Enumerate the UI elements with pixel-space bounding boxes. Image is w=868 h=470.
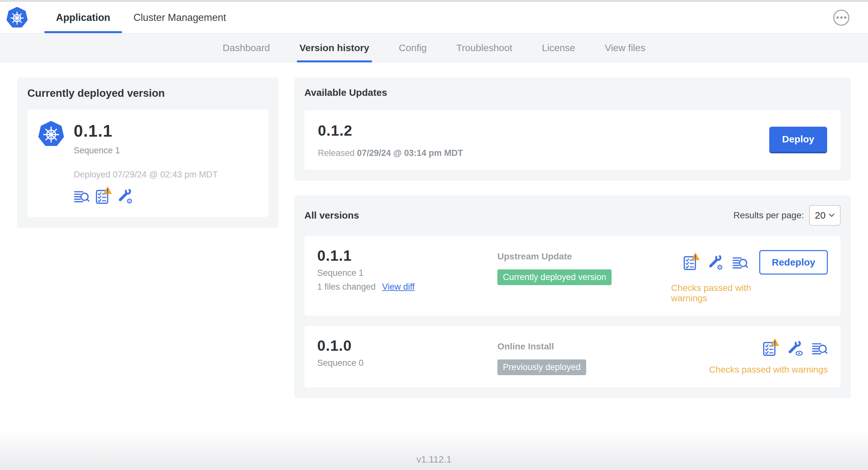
tab-version-history-label: Version history xyxy=(300,42,369,54)
released-timestamp: 07/29/24 @ 03:14 pm MDT xyxy=(357,148,463,158)
view-diff-link[interactable]: View diff xyxy=(382,282,415,292)
tab-config-label: Config xyxy=(399,42,427,54)
available-updates-card: Available Updates 0.1.2 Released 07/29/2… xyxy=(294,77,851,181)
all-versions-card: All versions Results per page: 20 0.1.1 … xyxy=(294,196,851,398)
deployed-sequence: Sequence 1 xyxy=(74,146,218,156)
row-version-number: 0.1.0 xyxy=(317,337,497,354)
config-wrench-gear-icon[interactable] xyxy=(708,254,724,270)
previously-deployed-badge: Previously deployed xyxy=(497,360,586,375)
app-header: Application Cluster Management xyxy=(0,2,868,33)
all-versions-title: All versions xyxy=(304,210,359,221)
currently-deployed-column: Currently deployed version 0.1.1 Sequenc… xyxy=(17,77,279,228)
tab-troubleshoot[interactable]: Troubleshoot xyxy=(441,33,527,62)
tab-dashboard-label: Dashboard xyxy=(223,42,270,54)
ellipsis-icon xyxy=(836,16,839,19)
preflight-checks-warning-icon[interactable] xyxy=(683,254,700,270)
tab-application-label: Application xyxy=(56,12,110,24)
deploy-logs-icon[interactable] xyxy=(732,254,748,270)
tab-application[interactable]: Application xyxy=(44,2,122,33)
deployed-timestamp: Deployed 07/29/24 @ 02:43 pm MDT xyxy=(74,170,218,180)
files-changed-text: 1 files changed xyxy=(317,282,376,292)
active-subnav-indicator xyxy=(297,61,372,62)
tab-version-history[interactable]: Version history xyxy=(285,33,384,62)
version-row-0-1-0: 0.1.0 Sequence 0 Online Install Previous… xyxy=(304,326,841,388)
config-wrench-gear-icon[interactable] xyxy=(117,188,133,204)
app-logo-icon xyxy=(38,121,64,147)
currently-deployed-title: Currently deployed version xyxy=(27,87,268,99)
preflight-checks-warning-icon[interactable] xyxy=(763,340,779,356)
results-per-page-select[interactable]: 20 xyxy=(809,205,841,226)
tab-troubleshoot-label: Troubleshoot xyxy=(456,42,512,54)
deploy-button[interactable]: Deploy xyxy=(769,127,827,153)
tab-cluster-management[interactable]: Cluster Management xyxy=(122,2,238,33)
released-prefix: Released xyxy=(318,148,354,158)
tab-dashboard[interactable]: Dashboard xyxy=(208,33,285,62)
header-tabs: Application Cluster Management xyxy=(44,2,238,33)
overflow-menu-button[interactable] xyxy=(833,10,849,26)
deployed-version-panel: 0.1.1 Sequence 1 Deployed 07/29/24 @ 02:… xyxy=(27,110,268,217)
update-version-number: 0.1.2 xyxy=(318,122,463,139)
tab-config[interactable]: Config xyxy=(384,33,442,62)
active-tab-indicator xyxy=(44,31,122,33)
app-subnav: Dashboard Version history Config Trouble… xyxy=(0,33,868,62)
version-source-label: Upstream Update xyxy=(497,251,671,262)
kubernetes-logo-icon xyxy=(6,7,28,28)
admin-console-version: v1.112.1 xyxy=(416,454,452,465)
tab-view-files-label: View files xyxy=(605,42,645,54)
deployed-version-number: 0.1.1 xyxy=(74,121,218,140)
tab-license[interactable]: License xyxy=(527,33,590,62)
page-footer: v1.112.1 xyxy=(0,429,868,470)
version-row-0-1-1: 0.1.1 Sequence 1 1 files changed View di… xyxy=(304,236,841,316)
checks-status-text[interactable]: Checks passed with warnings xyxy=(709,365,828,375)
preflight-checks-warning-icon[interactable] xyxy=(96,188,112,204)
chevron-down-icon xyxy=(829,212,835,219)
available-updates-title: Available Updates xyxy=(304,87,841,98)
results-per-page-value: 20 xyxy=(815,210,826,221)
config-wrench-eye-icon[interactable] xyxy=(787,340,803,356)
tab-view-files[interactable]: View files xyxy=(590,33,660,62)
update-row: 0.1.2 Released 07/29/24 @ 03:14 pm MDT D… xyxy=(304,110,841,170)
currently-deployed-card: Currently deployed version 0.1.1 Sequenc… xyxy=(17,77,279,228)
row-sequence: Sequence 0 xyxy=(317,358,497,368)
currently-deployed-badge: Currently deployed version xyxy=(497,269,612,285)
tab-cluster-management-label: Cluster Management xyxy=(133,12,226,24)
checks-status-text[interactable]: Checks passed with warnings xyxy=(671,283,760,303)
redeploy-button[interactable]: Redeploy xyxy=(759,250,828,274)
version-source-label: Online Install xyxy=(497,341,671,352)
row-version-number: 0.1.1 xyxy=(317,247,497,264)
deploy-logs-icon[interactable] xyxy=(812,340,828,356)
main-content: Currently deployed version 0.1.1 Sequenc… xyxy=(0,62,868,429)
results-per-page-label: Results per page: xyxy=(734,210,804,221)
row-sequence: Sequence 1 xyxy=(317,268,497,278)
deploy-logs-icon[interactable] xyxy=(74,188,90,204)
tab-license-label: License xyxy=(542,42,575,54)
